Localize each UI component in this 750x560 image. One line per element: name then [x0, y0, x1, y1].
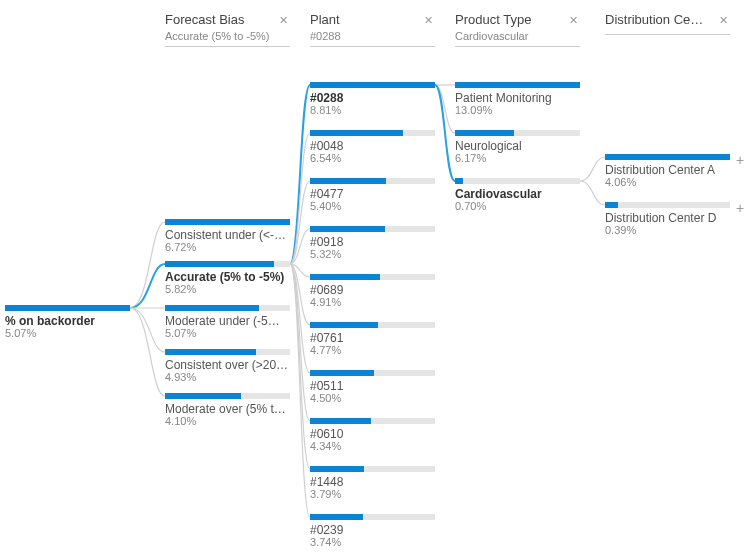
node-value: 5.07% — [165, 327, 290, 339]
column-header-distribution-center[interactable]: Distribution Cent… ✕ — [605, 12, 730, 35]
node-label: Moderate over (5% to … — [165, 402, 290, 416]
column-subtitle: Accurate (5% to -5%) — [165, 30, 290, 42]
node-value: 4.50% — [310, 392, 435, 404]
node-label: #0689 — [310, 283, 435, 297]
node-value: 4.06% — [605, 176, 730, 188]
node-value: 5.82% — [165, 283, 290, 295]
node-label: Consistent over (>20%) — [165, 358, 290, 372]
plus-icon[interactable]: + — [736, 152, 744, 168]
root-label: % on backorder — [5, 314, 130, 328]
column-title: Product Type — [455, 12, 531, 27]
node-value: 8.81% — [310, 104, 435, 116]
column-subtitle: #0288 — [310, 30, 435, 42]
node-plant[interactable]: #0048 6.54% — [310, 130, 435, 164]
node-label: Consistent under (<-2… — [165, 228, 290, 242]
node-value: 13.09% — [455, 104, 580, 116]
node-label: #0048 — [310, 139, 435, 153]
node-value: 4.77% — [310, 344, 435, 356]
node-label: #1448 — [310, 475, 435, 489]
node-forecast-bias[interactable]: Consistent under (<-2… 6.72% — [165, 219, 290, 253]
node-value: 3.79% — [310, 488, 435, 500]
node-product-type-selected[interactable]: Cardiovascular 0.70% — [455, 178, 580, 212]
column-header-plant[interactable]: Plant ✕ #0288 — [310, 12, 435, 47]
plus-icon[interactable]: + — [736, 200, 744, 216]
root-value: 5.07% — [5, 327, 130, 339]
close-icon[interactable]: ✕ — [424, 14, 433, 27]
column-header-product-type[interactable]: Product Type ✕ Cardiovascular — [455, 12, 580, 47]
node-value: 4.10% — [165, 415, 290, 427]
node-forecast-bias[interactable]: Moderate over (5% to … 4.10% — [165, 393, 290, 427]
close-icon[interactable]: ✕ — [719, 14, 728, 27]
node-plant[interactable]: #0239 3.74% — [310, 514, 435, 548]
node-label: #0511 — [310, 379, 435, 393]
node-value: 6.17% — [455, 152, 580, 164]
node-plant[interactable]: #0918 5.32% — [310, 226, 435, 260]
node-label: Distribution Center A — [605, 163, 730, 177]
node-forecast-bias-selected[interactable]: Accurate (5% to -5%) 5.82% — [165, 261, 290, 295]
node-plant[interactable]: #0511 4.50% — [310, 370, 435, 404]
node-label: Moderate under (-5% … — [165, 314, 290, 328]
node-distribution-center[interactable]: Distribution Center A 4.06% — [605, 154, 730, 188]
node-label: Neurological — [455, 139, 580, 153]
node-forecast-bias[interactable]: Moderate under (-5% … 5.07% — [165, 305, 290, 339]
node-plant[interactable]: #0761 4.77% — [310, 322, 435, 356]
node-product-type[interactable]: Patient Monitoring 13.09% — [455, 82, 580, 116]
node-plant-selected[interactable]: #0288 8.81% — [310, 82, 435, 116]
node-value: 3.74% — [310, 536, 435, 548]
node-plant[interactable]: #0689 4.91% — [310, 274, 435, 308]
node-plant[interactable]: #0610 4.34% — [310, 418, 435, 452]
node-value: 4.91% — [310, 296, 435, 308]
node-label: #0610 — [310, 427, 435, 441]
column-title: Plant — [310, 12, 340, 27]
column-header-forecast-bias[interactable]: Forecast Bias ✕ Accurate (5% to -5%) — [165, 12, 290, 47]
node-value: 5.40% — [310, 200, 435, 212]
node-label: Accurate (5% to -5%) — [165, 270, 290, 284]
node-plant[interactable]: #1448 3.79% — [310, 466, 435, 500]
node-value: 4.93% — [165, 371, 290, 383]
node-value: 5.32% — [310, 248, 435, 260]
node-label: Cardiovascular — [455, 187, 580, 201]
node-label: Patient Monitoring — [455, 91, 580, 105]
node-value: 0.39% — [605, 224, 730, 236]
column-title: Distribution Cent… — [605, 12, 705, 27]
node-value: 6.54% — [310, 152, 435, 164]
node-value: 4.34% — [310, 440, 435, 452]
node-plant[interactable]: #0477 5.40% — [310, 178, 435, 212]
column-subtitle: Cardiovascular — [455, 30, 580, 42]
node-label: #0477 — [310, 187, 435, 201]
node-label: #0288 — [310, 91, 435, 105]
node-label: #0761 — [310, 331, 435, 345]
node-label: Distribution Center D — [605, 211, 730, 225]
node-product-type[interactable]: Neurological 6.17% — [455, 130, 580, 164]
node-value: 0.70% — [455, 200, 580, 212]
root-node[interactable]: % on backorder 5.07% — [5, 305, 130, 339]
close-icon[interactable]: ✕ — [279, 14, 288, 27]
close-icon[interactable]: ✕ — [569, 14, 578, 27]
node-label: #0918 — [310, 235, 435, 249]
node-distribution-center[interactable]: Distribution Center D 0.39% — [605, 202, 730, 236]
node-forecast-bias[interactable]: Consistent over (>20%) 4.93% — [165, 349, 290, 383]
node-label: #0239 — [310, 523, 435, 537]
node-value: 6.72% — [165, 241, 290, 253]
column-title: Forecast Bias — [165, 12, 244, 27]
